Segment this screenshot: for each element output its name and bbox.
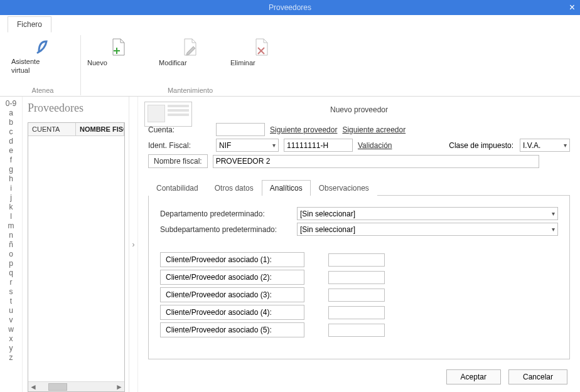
grid-proveedores[interactable]: CUENTA NOMBRE FISCAL ◄ ► — [28, 122, 125, 392]
alpha-item[interactable]: h — [9, 174, 13, 184]
asociado-label: Cliente/Proveedor asociado (2): — [160, 270, 304, 285]
chevron-down-icon: ▾ — [564, 142, 567, 149]
assistant-icon — [33, 36, 53, 56]
alpha-item[interactable]: m — [8, 221, 14, 231]
label-clase-impuesto: Clase de impuesto: — [449, 141, 513, 150]
cancel-button[interactable]: Cancelar — [508, 369, 567, 384]
maintenance-caption: Mantenimiento — [168, 87, 213, 94]
ident-numero-input[interactable] — [284, 139, 353, 152]
alpha-item[interactable]: w — [8, 325, 14, 334]
alpha-item[interactable]: b — [9, 118, 13, 127]
form-title: Nuevo proveedor — [148, 105, 570, 114]
label-departamento: Departamento predeterminado: — [160, 209, 292, 218]
scroll-left-icon[interactable]: ◄ — [28, 382, 38, 392]
alpha-item[interactable]: d — [9, 137, 13, 146]
alpha-item[interactable]: s — [9, 287, 13, 297]
asociado-input-4[interactable] — [328, 306, 385, 319]
dialog-buttons: Aceptar Cancelar — [138, 364, 580, 392]
link-validacion[interactable]: Validación — [358, 141, 392, 150]
tab-analiticos[interactable]: Analíticos — [262, 180, 311, 196]
grid-col-cuenta[interactable]: CUENTA — [28, 123, 76, 135]
alpha-item[interactable]: k — [9, 203, 13, 212]
asociado-label: Cliente/Proveedor asociado (5): — [160, 322, 304, 337]
departamento-value: [Sin seleccionar] — [300, 209, 355, 218]
assistant-label-2: virtual — [11, 66, 74, 74]
asociado-input-1[interactable] — [328, 253, 385, 267]
alpha-item[interactable]: ñ — [9, 240, 13, 250]
alpha-item[interactable]: j — [10, 193, 12, 203]
asociado-row: Cliente/Proveedor asociado (5): — [160, 322, 558, 337]
alpha-item[interactable]: l — [10, 212, 12, 221]
alpha-item[interactable]: y — [9, 344, 13, 353]
cuenta-input[interactable] — [216, 123, 265, 136]
modify-label: Modificar — [159, 59, 222, 66]
lines-icon — [168, 105, 189, 124]
new-button[interactable]: Nuevo — [85, 35, 153, 68]
tab-otros-datos[interactable]: Otros datos — [207, 180, 262, 196]
asociado-label: Cliente/Proveedor asociado (1): — [160, 252, 304, 267]
accept-button[interactable]: Aceptar — [446, 369, 501, 384]
asociado-label: Cliente/Proveedor asociado (3): — [160, 287, 304, 302]
assistant-label-1: Asistente — [11, 58, 74, 65]
chevron-down-icon: ▾ — [552, 210, 555, 217]
alpha-item[interactable]: u — [9, 306, 13, 315]
image-placeholder[interactable] — [144, 102, 192, 127]
scroll-right-icon[interactable]: ► — [114, 382, 124, 392]
grid-scrollbar-x[interactable]: ◄ ► — [28, 381, 124, 391]
ribbon-group-assistant: Asistente virtual Atenea — [5, 35, 81, 95]
alpha-item[interactable]: a — [9, 109, 13, 118]
alpha-item[interactable]: q — [9, 268, 13, 278]
departamento-combo[interactable]: [Sin seleccionar] ▾ — [297, 207, 558, 220]
alpha-item[interactable]: 0-9 — [6, 99, 16, 109]
asociado-label: Cliente/Proveedor asociado (4): — [160, 305, 304, 320]
asociado-row: Cliente/Proveedor asociado (4): — [160, 305, 558, 320]
asociado-row: Cliente/Proveedor asociado (2): — [160, 270, 558, 285]
alpha-item[interactable]: i — [10, 184, 12, 193]
expand-handle[interactable]: › — [129, 97, 138, 392]
alpha-item[interactable]: e — [9, 146, 13, 156]
tab-contabilidad[interactable]: Contabilidad — [148, 180, 207, 196]
asociado-input-2[interactable] — [328, 271, 385, 284]
modify-button[interactable]: Modificar — [156, 35, 224, 68]
tab-observaciones[interactable]: Observaciones — [311, 180, 377, 196]
close-icon[interactable]: × — [569, 0, 575, 15]
alpha-item[interactable]: o — [9, 250, 13, 259]
asociado-row: Cliente/Proveedor asociado (3): — [160, 287, 558, 302]
assistant-button[interactable]: Asistente virtual — [9, 35, 77, 75]
alpha-item[interactable]: g — [9, 165, 13, 174]
alpha-item[interactable]: f — [10, 156, 12, 165]
alpha-item[interactable]: n — [9, 231, 13, 240]
subdepartamento-value: [Sin seleccionar] — [300, 225, 355, 234]
subdepartamento-combo[interactable]: [Sin seleccionar] ▾ — [297, 223, 558, 236]
ident-tipo-value: NIF — [219, 141, 231, 150]
chevron-down-icon: ▾ — [552, 226, 555, 233]
edit-document-icon — [181, 36, 200, 58]
form-area: Nuevo proveedor Cuenta: Siguiente provee… — [138, 97, 580, 392]
tab-body-analiticos: Departamento predeterminado: [Sin selecc… — [148, 196, 570, 359]
clase-impuesto-value: I.V.A. — [523, 141, 540, 150]
ribbon-group-maintenance: Nuevo Modificar — [81, 35, 299, 95]
alpha-item[interactable]: z — [9, 353, 13, 363]
alpha-item[interactable]: v — [9, 315, 13, 325]
alpha-item[interactable]: x — [9, 334, 13, 344]
pane-title: Proveedores — [28, 102, 125, 115]
asociado-row: Cliente/Proveedor asociado (1): — [160, 252, 558, 267]
clase-impuesto-combo[interactable]: I.V.A. ▾ — [520, 139, 570, 152]
asociado-input-5[interactable] — [328, 324, 385, 337]
asociado-input-3[interactable] — [328, 289, 385, 302]
ribbon-tab-fichero[interactable]: Fichero — [8, 16, 51, 33]
link-siguiente-proveedor[interactable]: Siguiente proveedor — [270, 125, 337, 134]
ident-tipo-combo[interactable]: NIF ▾ — [216, 139, 279, 152]
link-siguiente-acreedor[interactable]: Siguiente acreedor — [342, 125, 405, 134]
grid-col-nombre[interactable]: NOMBRE FISCAL — [76, 123, 124, 135]
alpha-item[interactable]: p — [9, 259, 13, 268]
assistant-caption: Atenea — [32, 87, 54, 94]
nombre-fiscal-input[interactable] — [213, 155, 539, 168]
alpha-item[interactable]: c — [9, 127, 13, 137]
delete-button[interactable]: Eliminar — [228, 35, 296, 68]
scroll-thumb[interactable] — [48, 383, 67, 391]
ribbon: Fichero Asistente virtual Atenea — [0, 15, 580, 97]
alpha-item[interactable]: t — [10, 297, 12, 306]
window-title: Proveedores — [269, 3, 311, 12]
alpha-item[interactable]: r — [10, 278, 13, 287]
